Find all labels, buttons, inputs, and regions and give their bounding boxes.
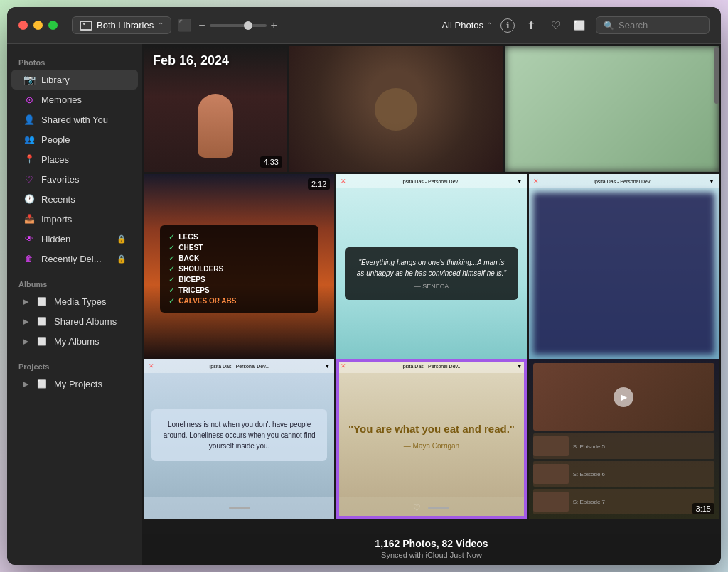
projects-icon: ⬜ (36, 377, 48, 390)
sidebar-item-label: Memories (41, 95, 127, 105)
expand-icon: ▶ (23, 337, 28, 346)
duration-badge-1: 4:33 (260, 156, 282, 168)
photo-cell-quote1[interactable]: ✕ Ipsita Das - Personal Dev... ▼ "Everyt… (336, 174, 526, 359)
places-icon: 📍 (23, 153, 36, 166)
sidebar-item-my-projects[interactable]: ▶ ⬜ My Projects (11, 374, 138, 394)
sidebar-item-label: Hidden (41, 234, 111, 244)
sidebar-item-shared-with-you[interactable]: 👤 Shared with You (11, 109, 138, 129)
photo-cell-loneliness[interactable]: ✕ Ipsita Das - Personal Dev... ▼ Lonelin… (144, 359, 334, 519)
you-are-attr: — Maya Corrigan (348, 442, 515, 450)
sidebar-item-favorites[interactable]: ♡ Favorites (11, 169, 138, 189)
sidebar-item-places[interactable]: 📍 Places (11, 149, 138, 169)
sidebar-item-label: Media Types (54, 296, 127, 307)
sync-status: Synced with iCloud Just Now (142, 551, 721, 559)
photos-filter-selector[interactable]: All Photos ⌃ (441, 20, 492, 31)
sidebar-item-label: Library (41, 75, 127, 85)
sidebar-item-library[interactable]: 📷 Library (11, 70, 138, 90)
hidden-icon: 👁 (23, 232, 36, 245)
sidebar-item-recently-deleted[interactable]: 🗑 Recently Del... 🔒 (11, 249, 138, 269)
zoom-slider-thumb (244, 21, 252, 30)
share-icon[interactable]: ⬆ (523, 18, 539, 33)
photo-cell-workout[interactable]: ✓LEGS ✓CHEST ✓BACK ✓SHOULDERS ✓BICEPS ✓T… (144, 174, 334, 359)
sidebar-item-label: Favorites (41, 174, 127, 185)
expand-icon: ▶ (23, 379, 28, 389)
media-types-icon: ⬜ (36, 295, 48, 308)
trash-icon: 🗑 (23, 252, 36, 265)
titlebar-center: Both Libraries ⌃ ⬛ − + (72, 16, 433, 34)
you-are-quote: "You are what you eat and read." (348, 421, 515, 436)
search-icon: 🔍 (604, 21, 614, 31)
sidebar-item-imports[interactable]: 📥 Imports (11, 209, 138, 229)
zoom-slider[interactable] (210, 24, 267, 27)
photos-filter-label: All Photos (441, 20, 483, 31)
expand-icon: ▶ (23, 317, 28, 326)
sidebar-item-label: Recently Del... (41, 254, 111, 264)
people-icon: 👥 (23, 133, 36, 146)
sidebar-item-label: My Projects (54, 379, 127, 389)
traffic-lights (18, 21, 58, 30)
zoom-plus-label[interactable]: + (271, 19, 277, 32)
my-albums-icon: ⬜ (36, 335, 48, 347)
photo-cell-tv[interactable]: ▶ S: Episode 5 S: Episode 6 (529, 359, 719, 519)
sidebar-item-people[interactable]: 👥 People (11, 129, 138, 149)
chevron-down-icon: ⌃ (158, 21, 164, 29)
sidebar-item-label: Shared with You (41, 114, 127, 125)
heart-icon[interactable]: ♡ (547, 18, 563, 33)
sidebar: Photos 📷 Library ⊙ Memories 👤 Shared wit… (7, 44, 142, 565)
favorites-icon: ♡ (23, 173, 36, 185)
main-layout: Photos 📷 Library ⊙ Memories 👤 Shared wit… (7, 44, 721, 565)
photo-cell-blurred2[interactable]: ✕ Ipsita Das - Personal Dev... ▼ (529, 174, 719, 359)
albums-section-label: Albums (7, 274, 142, 291)
photo-grid-content[interactable]: Feb 16, 2024 4:33 (142, 44, 721, 565)
bottom-bar: 1,162 Photos, 82 Videos Synced with iClo… (142, 534, 721, 565)
photo-cell-coffee[interactable] (289, 46, 503, 172)
airplay-icon[interactable]: ⬛ (177, 18, 193, 33)
loneliness-quote: Loneliness is not when you don't have pe… (161, 419, 317, 451)
zoom-minus-label[interactable]: − (198, 19, 205, 32)
sidebar-item-label: People (41, 134, 127, 145)
library-selector[interactable]: Both Libraries ⌃ (72, 16, 171, 34)
sidebar-item-memories[interactable]: ⊙ Memories (11, 90, 138, 109)
close-button[interactable] (18, 21, 28, 30)
sidebar-item-my-albums[interactable]: ▶ ⬜ My Albums (11, 331, 138, 351)
duration-badge-3: 3:15 (692, 503, 714, 514)
shared-icon: 👤 (23, 113, 36, 126)
photo-cell-gym[interactable]: Feb 16, 2024 4:33 (144, 46, 287, 172)
lock-icon: 🔒 (117, 254, 127, 264)
app-window: Both Libraries ⌃ ⬛ − + All Photos ⌃ ℹ ⬆ … (7, 7, 721, 565)
photo-cell-blurred1[interactable] (505, 46, 719, 172)
sidebar-item-label: Places (41, 154, 127, 165)
sidebar-item-label: Recents (41, 194, 127, 205)
zoom-controls: − + (198, 19, 277, 32)
search-input[interactable] (619, 20, 702, 31)
sidebar-item-label: Shared Albums (54, 316, 127, 327)
sidebar-item-shared-albums[interactable]: ▶ ⬜ Shared Albums (11, 311, 138, 331)
imports-icon: 📥 (23, 212, 36, 225)
photo-cell-you-are[interactable]: ✕ Ipsita Das - Personal Dev... ▼ "You ar… (336, 359, 526, 519)
minimize-button[interactable] (33, 21, 43, 30)
info-icon[interactable]: ℹ (500, 18, 515, 33)
library-selector-label: Both Libraries (97, 20, 154, 31)
sidebar-item-label: My Albums (54, 336, 127, 347)
chevron-icon: ⌃ (486, 21, 492, 29)
sidebar-item-hidden[interactable]: 👁 Hidden 🔒 (11, 229, 138, 249)
duration-badge-2: 2:12 (308, 178, 330, 190)
search-box: 🔍 (596, 16, 710, 34)
sidebar-item-media-types[interactable]: ▶ ⬜ Media Types (11, 291, 138, 311)
photo-count: 1,162 Photos, 82 Videos (142, 538, 721, 549)
sidebar-item-label: Imports (41, 214, 127, 225)
sidebar-item-recents[interactable]: 🕐 Recents (11, 189, 138, 209)
photos-section-label: Photos (7, 53, 142, 70)
date-header: Feb 16, 2024 (153, 53, 229, 68)
lock-icon: 🔒 (117, 234, 127, 244)
calves-label: CALVES OR ABS (178, 297, 236, 305)
projects-section-label: Projects (7, 357, 142, 374)
titlebar-right: All Photos ⌃ ℹ ⬆ ♡ ⬜ 🔍 (441, 16, 710, 34)
fullscreen-button[interactable] (48, 21, 58, 30)
memories-icon: ⊙ (23, 93, 36, 106)
shared-albums-icon: ⬜ (36, 315, 48, 328)
recents-icon: 🕐 (23, 193, 36, 205)
library-icon (80, 21, 92, 31)
sidebar-toggle-icon[interactable]: ⬜ (572, 18, 587, 33)
expand-icon: ▶ (23, 297, 28, 306)
